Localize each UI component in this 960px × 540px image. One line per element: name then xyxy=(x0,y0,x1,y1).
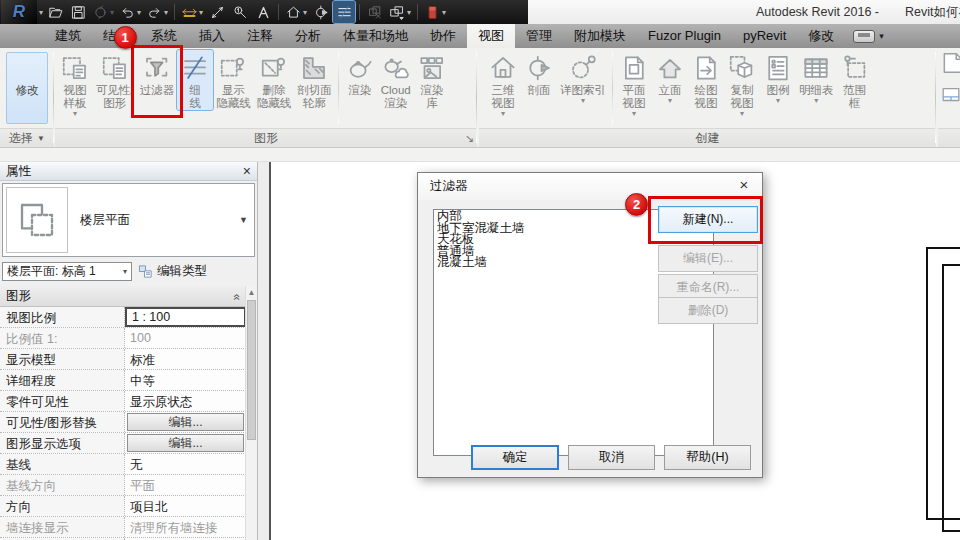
chevron-down-icon[interactable]: ▾ xyxy=(814,97,818,104)
ribbon-button-绘图视图[interactable]: 绘图视图 xyxy=(688,50,724,110)
chevron-down-icon[interactable]: ▾ xyxy=(776,97,780,104)
chevron-down-icon[interactable]: ▼ xyxy=(239,215,248,225)
tab-体量和场地[interactable]: 体量和场地 xyxy=(332,24,419,48)
ribbon-button-明细表[interactable]: 明细表▾ xyxy=(796,50,837,104)
chevron-down-icon[interactable]: ▾ xyxy=(740,110,744,117)
ribbon-button-范围框[interactable]: 范围框 xyxy=(837,50,873,110)
ribbon-button-立面[interactable]: 立面▾ xyxy=(652,50,688,104)
app-menu-caret-icon[interactable]: ▾ xyxy=(39,8,43,17)
text-button[interactable] xyxy=(252,1,274,23)
ribbon-button-复制视图[interactable]: 复制视图▾ xyxy=(724,50,760,117)
chevron-down-icon[interactable]: ▾ xyxy=(407,8,411,17)
revit-logo-icon[interactable]: R xyxy=(1,0,37,24)
cut-profile-icon xyxy=(299,53,329,83)
tag-button[interactable] xyxy=(229,1,251,23)
chevron-down-icon[interactable]: ▾ xyxy=(632,110,636,117)
property-row-方向: 方向项目北 xyxy=(0,496,246,517)
ribbon-button-显示隐藏线[interactable]: 显示隐藏线 xyxy=(213,50,254,110)
property-value[interactable]: 标准 xyxy=(125,349,246,369)
measure-button[interactable]: ▾ xyxy=(179,1,205,23)
tab-协作[interactable]: 协作 xyxy=(419,24,467,48)
ribbon-button-图例[interactable]: 图例▾ xyxy=(760,50,796,104)
section-button[interactable] xyxy=(310,1,332,23)
close-icon[interactable]: × xyxy=(243,163,251,180)
property-label: 方向 xyxy=(0,496,125,516)
select-panel-label[interactable]: 选择▼ xyxy=(0,128,54,147)
redo-button[interactable]: ▾ xyxy=(144,1,170,23)
tab-视图[interactable]: 视图 xyxy=(467,24,515,48)
properties-palette: 属性 × 楼层平面 ▼ 楼层平面: 标高 1 ▾ 编辑类型 图形 « 视图比例1… xyxy=(0,162,258,540)
ribbon-button-详图索引[interactable]: 详图索引▾ xyxy=(557,50,609,104)
close-icon[interactable]: × xyxy=(726,173,762,198)
chevron-down-icon[interactable]: ▾ xyxy=(199,8,203,17)
undo-button[interactable]: ▾ xyxy=(117,1,143,23)
options-bar xyxy=(0,148,960,162)
type-selector[interactable]: 楼层平面 ▼ xyxy=(2,183,255,257)
modify-button[interactable]: 修改 xyxy=(6,52,48,124)
property-value[interactable]: 项目北 xyxy=(125,496,246,516)
ribbon-button-删除隐藏线[interactable]: 删除隐藏线 xyxy=(254,50,295,110)
tab-管理[interactable]: 管理 xyxy=(515,24,563,48)
tab-插入[interactable]: 插入 xyxy=(188,24,236,48)
chevron-down-icon[interactable]: ▾ xyxy=(501,110,505,117)
chevron-down-icon[interactable]: ▾ xyxy=(442,8,446,17)
tab-附加模块[interactable]: 附加模块 xyxy=(563,24,637,48)
chevron-down-icon[interactable]: ▾ xyxy=(73,110,77,117)
switch-windows-button[interactable]: ▾ xyxy=(387,1,413,23)
title-block-icon[interactable] xyxy=(940,84,960,106)
ribbon-button-平面视图[interactable]: 平面视图▾ xyxy=(616,50,652,117)
property-value: 平面 xyxy=(125,475,246,495)
tab-pyRevit[interactable]: pyRevit xyxy=(732,24,797,48)
tab-分析[interactable]: 分析 xyxy=(284,24,332,48)
ribbon-collapse-button[interactable]: ▾ xyxy=(845,24,892,48)
view-instance-combo[interactable]: 楼层平面: 标高 1 ▾ xyxy=(2,262,132,281)
sheet-icon[interactable] xyxy=(940,50,960,76)
property-value[interactable]: 无 xyxy=(125,454,246,474)
tab-Fuzor Plugin[interactable]: Fuzor Plugin xyxy=(637,24,732,48)
ribbon-button-渲染[interactable]: 渲染 xyxy=(342,50,378,97)
button-label: 复制 xyxy=(731,84,754,97)
property-value-input[interactable]: 1 : 100 xyxy=(125,307,246,327)
property-row-图形显示选项: 图形显示选项编辑... xyxy=(0,433,246,454)
document-title: Revit如何在 xyxy=(905,4,960,21)
ribbon-button-Cloud渲染[interactable]: Cloud渲染 xyxy=(378,50,414,110)
close-inactive-button[interactable] xyxy=(364,1,386,23)
thin-lines-button[interactable] xyxy=(333,1,355,23)
open-button[interactable] xyxy=(44,1,66,23)
edit-type-button[interactable]: 编辑类型 xyxy=(138,263,207,280)
ribbon-button-剖面[interactable]: 剖面 xyxy=(521,50,557,97)
ribbon-button-剖切面轮廓[interactable]: 剖切面轮廓 xyxy=(294,50,335,110)
graphics-section-header[interactable]: 图形 « xyxy=(0,286,246,307)
cloud-render-icon xyxy=(381,53,411,83)
chevron-down-icon[interactable]: ▾ xyxy=(303,8,307,17)
chevron-down-icon[interactable]: ▾ xyxy=(164,8,168,17)
ok-button[interactable]: 确定 xyxy=(471,445,559,470)
default-3d-view-button[interactable]: ▾ xyxy=(283,1,309,23)
edit-button[interactable]: 编辑... xyxy=(127,413,244,431)
dialog-launcher-icon[interactable]: ↘ xyxy=(465,131,474,145)
ribbon-button-三维视图[interactable]: 三维视图▾ xyxy=(485,50,521,117)
scrollbar-thumb[interactable] xyxy=(247,300,256,440)
property-value[interactable]: 显示原状态 xyxy=(125,391,246,411)
tab-注释[interactable]: 注释 xyxy=(236,24,284,48)
chevron-down-icon[interactable]: ▾ xyxy=(110,8,114,17)
chevron-down-icon[interactable]: ▾ xyxy=(668,97,672,104)
save-button[interactable] xyxy=(67,1,89,23)
ribbon-button-渲染库[interactable]: 渲染库 xyxy=(414,50,450,110)
button-label: 隐藏线 xyxy=(257,97,292,110)
edit-button[interactable]: 编辑... xyxy=(127,434,244,452)
scroll-up-icon[interactable]: ▲ xyxy=(246,286,257,299)
properties-scrollbar[interactable]: ▲ xyxy=(245,286,257,540)
aligned-dimension-button[interactable] xyxy=(206,1,228,23)
chevron-down-icon[interactable]: ▾ xyxy=(137,8,141,17)
tab-修改[interactable]: 修改 xyxy=(797,24,845,48)
collapse-section-icon[interactable]: « xyxy=(231,294,245,299)
chevron-down-icon[interactable]: ▾ xyxy=(581,97,585,104)
fuzor-button[interactable]: ▾ xyxy=(422,1,448,23)
sync-button[interactable]: ▾ xyxy=(90,1,116,23)
help-button[interactable]: 帮助(H) xyxy=(664,445,751,470)
cancel-button[interactable]: 取消 xyxy=(568,445,655,470)
tab-建筑[interactable]: 建筑 xyxy=(44,24,92,48)
property-value[interactable]: 中等 xyxy=(125,370,246,390)
ribbon-button-视图样板[interactable]: 视图样板▾ xyxy=(57,50,93,117)
